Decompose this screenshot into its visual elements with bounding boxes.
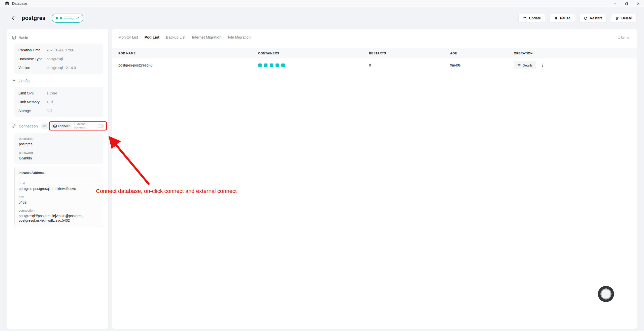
status-badge[interactable]: Running [52, 14, 84, 23]
container-status-square [270, 63, 273, 67]
database-app-icon [5, 2, 9, 6]
more-options-button[interactable] [540, 61, 546, 69]
cred-label: host [19, 181, 99, 185]
annotation-text: Connect database, on-click connect and e… [96, 188, 237, 194]
cred-label: connection [19, 209, 99, 213]
kv-value: postgresql-12.14.0 [47, 66, 76, 70]
intranet-host: host postgres-postgresql.ns-hkfnwdfz.svc [19, 181, 99, 191]
cred-value: l6jvm8ln [19, 156, 99, 160]
status-label: Running [60, 16, 74, 20]
section-connection-header: Connection connect External Network [12, 121, 103, 131]
kv-value: 3Gi [47, 109, 52, 113]
col-restarts: RESTARTS [369, 52, 450, 55]
pause-button[interactable]: Pause [550, 14, 575, 22]
intranet-address-card: Intranet Address host postgres-postgresq… [14, 167, 103, 227]
container-status-square [258, 63, 262, 67]
pod-name-cell: postgres-postgresql-0 [118, 63, 258, 67]
app-window: Database postgres Running [0, 0, 644, 331]
header-actions: Update Pause Restart Delete [518, 14, 636, 22]
minimize-button[interactable] [609, 0, 621, 7]
kv-value: 2023/12/06 17:06 [47, 48, 74, 52]
page-header: postgres Running Update Pause [0, 7, 644, 29]
tab-file-migration[interactable]: File Migration [228, 35, 251, 42]
container-status-square [276, 63, 279, 67]
kv-label: Version [18, 66, 47, 70]
col-operation: OPERATION [514, 52, 637, 55]
config-card: Limit CPU1 Core Limit Memory1 Gi Storage… [14, 87, 103, 117]
age-cell: 9m40s [450, 63, 514, 67]
tab-internet-migration[interactable]: Internet Migration [192, 35, 221, 42]
external-network-toggle[interactable] [98, 124, 104, 128]
cred-value: postgresql://postgres:l6jvm8ln@postgres-… [19, 214, 99, 223]
kv-label: Limit Memory [18, 100, 47, 104]
tab-backup-list[interactable]: Backup List [166, 35, 186, 42]
update-button[interactable]: Update [518, 14, 545, 22]
kv-row: Versionpostgresql-12.14.0 [18, 63, 99, 72]
tab-bar: Monitor List Pod List Backup List Intern… [112, 35, 637, 42]
details-button[interactable]: Details [514, 61, 536, 69]
show-password-button[interactable] [41, 123, 49, 129]
details-label: Details [523, 63, 533, 67]
restart-button[interactable]: Restart [579, 14, 606, 22]
toggle-knob [98, 125, 101, 127]
basic-card: Creation Time2023/12/06 17:06 DataBase T… [14, 44, 103, 74]
restore-button[interactable] [621, 0, 632, 7]
section-basic-title: Basic [19, 36, 28, 40]
screen-indicator [598, 286, 614, 302]
restart-label: Restart [590, 16, 602, 20]
credentials-card: username postgres password l6jvm8ln [14, 133, 103, 164]
update-icon [523, 16, 527, 20]
kebab-icon [541, 63, 545, 68]
col-pod-name: POD NAME [118, 52, 258, 55]
section-connection-title: Connection [19, 124, 38, 128]
items-count: 1 Items [618, 35, 629, 39]
cred-value: 5432 [19, 200, 99, 205]
link-icon [12, 124, 16, 128]
tab-pod-list[interactable]: Pod List [145, 35, 159, 42]
delete-label: Delete [621, 16, 632, 20]
kv-label: Storage [18, 109, 47, 113]
annotation-highlight-box: connect External Network [49, 121, 107, 130]
table-header: POD NAME CONTAINERS RESTARTS AGE OPERATI… [112, 48, 637, 58]
delete-icon [615, 16, 619, 20]
window-controls [609, 0, 644, 7]
containers-cell [258, 63, 369, 67]
page-title: postgres [22, 15, 46, 21]
eye-icon [43, 124, 47, 128]
screen-indicator-ring [600, 288, 612, 300]
sidebar: Basic Creation Time2023/12/06 17:06 Data… [7, 29, 108, 329]
intranet-address-body: host postgres-postgresql.ns-hkfnwdfz.svc… [15, 178, 103, 227]
pause-icon [554, 16, 558, 20]
status-dot-icon [56, 17, 58, 19]
cred-label: password [19, 151, 99, 155]
kv-value: 1 Core [47, 91, 57, 95]
external-network-label: External Network [74, 122, 95, 130]
app-title: Database [12, 2, 27, 6]
container-status-square [281, 63, 285, 67]
col-age: AGE [450, 52, 514, 55]
connect-button[interactable]: connect [51, 123, 72, 129]
pod-table: POD NAME CONTAINERS RESTARTS AGE OPERATI… [112, 48, 637, 72]
cred-value: postgres [19, 142, 99, 146]
container-status-square [264, 63, 267, 67]
kv-value: 1 Gi [47, 100, 53, 104]
connect-label: connect [58, 124, 70, 128]
kv-row: Limit CPU1 Core [18, 89, 99, 97]
kv-row: Storage3Gi [18, 106, 99, 115]
kv-value: postgresql [47, 57, 63, 61]
back-button[interactable] [11, 15, 16, 21]
cred-label: port [19, 195, 99, 199]
close-button[interactable] [632, 0, 644, 7]
intranet-address-title: Intranet Address [15, 167, 103, 178]
list-lines-icon [517, 63, 521, 67]
kv-row: DataBase Typepostgresql [18, 54, 99, 63]
section-config-header: Config [12, 78, 103, 83]
tab-monitor-list[interactable]: Monitor List [118, 35, 138, 42]
connection-title-wrap: Connection [12, 123, 38, 128]
table-row: postgres-postgresql-0 0 9m40s Details [112, 58, 637, 72]
section-config-title: Config [19, 79, 29, 83]
intranet-connection: connection postgresql://postgres:l6jvm8l… [19, 209, 99, 223]
titlebar: Database [0, 0, 644, 7]
kv-label: DataBase Type [18, 57, 47, 61]
delete-button[interactable]: Delete [611, 14, 636, 22]
